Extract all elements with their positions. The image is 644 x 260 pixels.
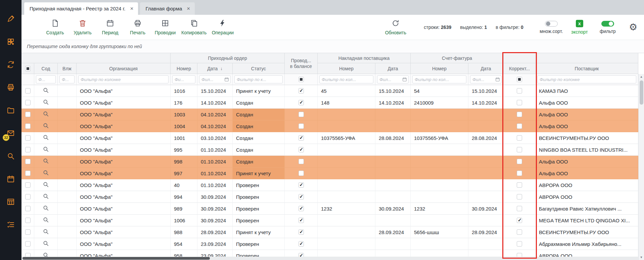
- magnifier-icon[interactable]: [43, 170, 49, 177]
- close-icon[interactable]: ×: [130, 6, 133, 11]
- row-checkbox[interactable]: [25, 194, 31, 199]
- filter-fact-number-input[interactable]: [412, 75, 466, 83]
- posted-checkbox[interactable]: [298, 112, 304, 117]
- correction-checkbox[interactable]: [517, 241, 522, 247]
- row-checkbox[interactable]: [25, 123, 31, 129]
- column-header-supplier[interactable]: Поставщик: [536, 63, 638, 74]
- row-checkbox[interactable]: [25, 100, 31, 105]
- scroll-up-icon[interactable]: ▲: [640, 74, 643, 79]
- sort-desc-icon[interactable]: ↓: [220, 66, 223, 71]
- sync-icon[interactable]: [6, 60, 15, 69]
- table-row[interactable]: ООО "Альфа" 1004 04.10.2024 Создан Альфа…: [21, 120, 638, 132]
- table-row[interactable]: ООО "Альфа" 954 23.09.2024 Проверен Абдр…: [21, 238, 638, 250]
- table-row[interactable]: ООО "Альфа" 994 30.09.2024 Проверен АВРО…: [21, 191, 638, 203]
- tab-receipt-register[interactable]: Приходная накладная - Реестр за 2024 г. …: [24, 2, 138, 15]
- correction-checkbox[interactable]: [517, 206, 522, 211]
- edit-pencil-icon[interactable]: [6, 14, 15, 24]
- correction-checkbox[interactable]: [517, 147, 522, 152]
- posted-checkbox[interactable]: [298, 159, 304, 164]
- correction-checkbox[interactable]: [517, 182, 522, 188]
- magnifier-icon[interactable]: [43, 217, 49, 224]
- magnifier-icon[interactable]: [43, 205, 49, 212]
- magnifier-icon[interactable]: [43, 146, 49, 153]
- excel-export-icon[interactable]: x: [576, 20, 583, 27]
- postings-button[interactable]: Проводки: [154, 17, 177, 38]
- vertical-scrollbar[interactable]: ▲ ▼: [638, 74, 644, 260]
- column-header-status[interactable]: Статус: [233, 63, 285, 74]
- table-row[interactable]: ООО "Альфа" 995 01.10.2024 Создан NINGBO…: [21, 144, 638, 156]
- table-row[interactable]: ООО "Альфа" 997 01.10.2024 Принят к учет…: [21, 168, 638, 179]
- delete-button[interactable]: Удалить: [71, 17, 94, 38]
- report-table-icon[interactable]: [6, 197, 15, 207]
- table-row[interactable]: ООО "Альфа" 176 14.10.2024 Создан 148 14…: [21, 97, 638, 109]
- correction-checkbox[interactable]: [517, 88, 522, 94]
- gear-icon[interactable]: ⚙: [629, 23, 637, 32]
- posted-checkbox[interactable]: [298, 123, 304, 129]
- group-by-bar[interactable]: Перетащите сюда колонку для группировки …: [21, 40, 644, 53]
- correction-checkbox[interactable]: [517, 218, 522, 223]
- table-row[interactable]: ООО "Альфа" 988 28.09.2024 Принят к учет…: [21, 226, 638, 238]
- close-icon[interactable]: ×: [187, 6, 190, 11]
- toggle-off-icon[interactable]: [545, 21, 558, 27]
- table-row[interactable]: ООО "Альфа" 1006 30.09.2024 Проверен MEG…: [21, 215, 638, 226]
- filter-fact-date-input[interactable]: [470, 75, 502, 83]
- table-row[interactable]: ООО "Альфа" 40 01.10.2024 Проверен АВРОР…: [21, 179, 638, 191]
- filter-toggle[interactable]: фильтр: [596, 21, 619, 34]
- row-checkbox[interactable]: [25, 112, 31, 117]
- toggle-on-icon[interactable]: [601, 21, 614, 27]
- checklist-icon[interactable]: [6, 220, 15, 229]
- search-icon[interactable]: [6, 151, 15, 161]
- calendar-icon[interactable]: [6, 174, 15, 184]
- refresh-button[interactable]: Обновить: [384, 17, 407, 38]
- operations-button[interactable]: Операции: [211, 17, 234, 38]
- posted-checkbox[interactable]: [298, 135, 304, 141]
- multisort-toggle[interactable]: множ.сорт.: [540, 21, 563, 34]
- table-row[interactable]: ООО "Альфа" 989 30.09.2024 Проверен 1232…: [21, 203, 638, 215]
- table-row[interactable]: ООО "Альфа" 1003 04.10.2024 Создан Альфа…: [21, 109, 638, 120]
- qr-grid-icon[interactable]: [6, 37, 15, 46]
- scrollbar-thumb[interactable]: [22, 257, 210, 260]
- filter-organization-input[interactable]: [78, 75, 169, 83]
- magnifier-icon[interactable]: [43, 123, 49, 129]
- horizontal-scrollbar[interactable]: [21, 257, 638, 260]
- row-checkbox[interactable]: [25, 159, 31, 164]
- column-header-correction[interactable]: Коррект...: [504, 63, 536, 74]
- posted-checkbox[interactable]: [298, 229, 304, 235]
- column-header-attachment[interactable]: Влж: [58, 63, 77, 74]
- column-header-organization[interactable]: Организация: [77, 63, 171, 74]
- table-row[interactable]: ООО "Альфа" 998 01.10.2024 Создан Альфа …: [21, 156, 638, 168]
- mail-icon[interactable]: 32: [6, 128, 15, 138]
- export-button[interactable]: x экспорт: [568, 20, 591, 35]
- column-header-content[interactable]: Сод: [34, 63, 58, 74]
- select-all-checkbox[interactable]: [25, 66, 31, 71]
- posted-checkbox[interactable]: [298, 100, 304, 105]
- filter-attachment-input[interactable]: [59, 75, 75, 83]
- magnifier-icon[interactable]: [43, 111, 49, 118]
- magnifier-icon[interactable]: [43, 87, 49, 94]
- posted-checkbox[interactable]: [298, 194, 304, 199]
- posted-checkbox[interactable]: [298, 171, 304, 176]
- magnifier-icon[interactable]: [43, 158, 49, 165]
- column-header-fact-date[interactable]: Дата: [468, 63, 504, 74]
- row-checkbox[interactable]: [25, 182, 31, 188]
- magnifier-icon[interactable]: [43, 182, 49, 188]
- posted-checkbox[interactable]: [298, 206, 304, 211]
- correction-checkbox[interactable]: [517, 100, 522, 105]
- filter-inv-number-input[interactable]: [319, 75, 373, 83]
- row-checkbox[interactable]: [25, 218, 31, 223]
- filter-inv-date-input[interactable]: [377, 75, 409, 83]
- column-header-inv-number[interactable]: Номер: [318, 63, 375, 74]
- print-device-icon[interactable]: [6, 83, 15, 92]
- posted-checkbox[interactable]: [298, 218, 304, 223]
- correction-checkbox[interactable]: [517, 171, 522, 176]
- correction-checkbox[interactable]: [517, 135, 522, 141]
- magnifier-icon[interactable]: [43, 135, 49, 141]
- column-header-posted[interactable]: Провод...в балансе: [285, 53, 318, 74]
- filter-content-input[interactable]: [36, 75, 56, 83]
- row-checkbox[interactable]: [25, 147, 31, 152]
- row-checkbox[interactable]: [25, 135, 31, 141]
- row-checkbox[interactable]: [25, 171, 31, 176]
- print-button[interactable]: Печать: [126, 17, 149, 38]
- correction-checkbox[interactable]: [517, 194, 522, 199]
- create-button[interactable]: Создать: [44, 17, 66, 38]
